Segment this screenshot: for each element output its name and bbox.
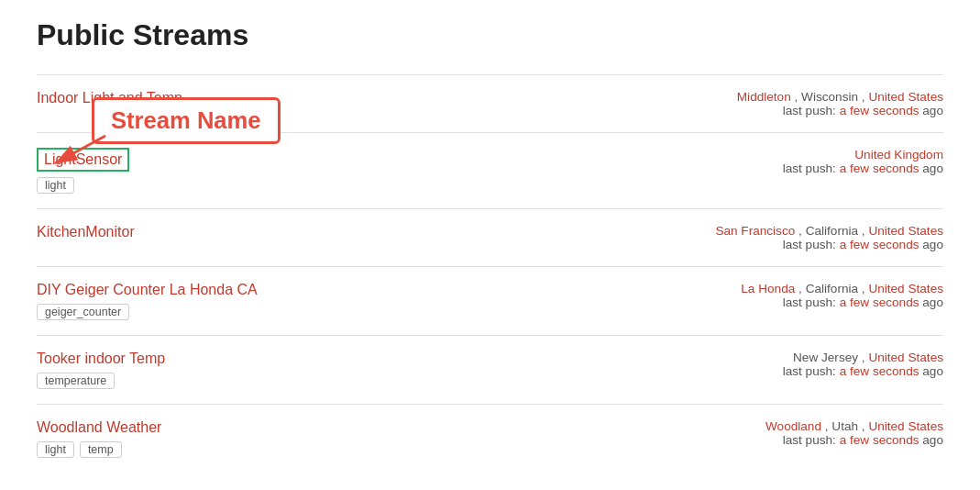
stream-right: Middleton , Wisconsin , United Stateslas… xyxy=(737,90,943,117)
stream-location: Woodland , Utah , United States xyxy=(765,419,943,433)
stream-left: KitchenMonitor xyxy=(37,224,135,240)
location-part: San Francisco xyxy=(715,224,795,238)
tag: light xyxy=(37,177,74,194)
push-time: a few seconds xyxy=(840,295,919,309)
tag: geiger_counter xyxy=(37,304,129,320)
stream-left: Stream Name LightSensorlight xyxy=(37,148,129,194)
location-part: United States xyxy=(868,351,943,364)
tag-list: lighttemp xyxy=(37,441,161,458)
tag-list: geiger_counter xyxy=(37,304,258,320)
stream-right: Woodland , Utah , United Stateslast push… xyxy=(765,419,943,447)
push-time: a few seconds xyxy=(840,238,919,251)
location-part: La Honda xyxy=(741,282,795,295)
stream-name[interactable]: Tooker indoor Temp xyxy=(37,351,165,367)
stream-right: United Kingdomlast push: a few seconds a… xyxy=(783,148,943,175)
stream-name-callout: Stream Name xyxy=(92,97,281,144)
last-push: last push: a few seconds ago xyxy=(715,238,943,251)
push-time: a few seconds xyxy=(840,161,919,175)
tag: temperature xyxy=(37,373,115,389)
stream-left: DIY Geiger Counter La Honda CAgeiger_cou… xyxy=(37,282,258,320)
stream-location: La Honda , California , United States xyxy=(741,282,943,295)
last-push: last push: a few seconds ago xyxy=(783,364,943,378)
stream-location: United Kingdom xyxy=(783,148,943,161)
location-part: United Kingdom xyxy=(854,148,943,161)
tag: temp xyxy=(80,441,122,458)
stream-item: KitchenMonitorSan Francisco , California… xyxy=(37,208,943,266)
stream-item: DIY Geiger Counter La Honda CAgeiger_cou… xyxy=(37,266,943,335)
stream-right: La Honda , California , United Stateslas… xyxy=(741,282,943,309)
stream-item: Woodland WeatherlighttempWoodland , Utah… xyxy=(37,404,943,473)
stream-name[interactable]: DIY Geiger Counter La Honda CA xyxy=(37,282,258,298)
stream-item: Tooker indoor TemptemperatureNew Jersey … xyxy=(37,335,943,404)
stream-right: New Jersey , United Stateslast push: a f… xyxy=(783,351,943,378)
location-part: United States xyxy=(868,282,943,295)
page-title: Public Streams xyxy=(37,18,943,52)
svg-line-1 xyxy=(55,136,105,163)
location-part: Middleton xyxy=(737,90,791,104)
stream-list: Indoor Light and TempMiddleton , Wiscons… xyxy=(37,74,943,473)
stream-location: New Jersey , United States xyxy=(783,351,943,364)
push-time: a few seconds xyxy=(840,433,919,447)
location-part: Wisconsin xyxy=(801,90,858,104)
last-push: last push: a few seconds ago xyxy=(737,104,943,117)
location-part: California xyxy=(806,282,858,295)
tag: light xyxy=(37,441,74,458)
tag-list: temperature xyxy=(37,373,165,389)
location-part: California xyxy=(806,224,858,238)
arrow-icon xyxy=(46,131,110,168)
location-part: United States xyxy=(868,419,943,433)
push-time: a few seconds xyxy=(840,364,919,378)
last-push: last push: a few seconds ago xyxy=(765,433,943,447)
push-time: a few seconds xyxy=(840,104,919,117)
stream-left: Tooker indoor Temptemperature xyxy=(37,351,165,389)
location-part: Utah xyxy=(831,419,858,433)
stream-location: Middleton , Wisconsin , United States xyxy=(737,90,943,104)
stream-name[interactable]: Woodland Weather xyxy=(37,419,161,436)
last-push: last push: a few seconds ago xyxy=(741,295,943,309)
stream-right: San Francisco , California , United Stat… xyxy=(715,224,943,251)
annotation-wrapper: Stream Name LightSensor xyxy=(37,148,129,172)
stream-item: Stream Name LightSensorlightUnited Kingd… xyxy=(37,132,943,208)
stream-left: Woodland Weatherlighttemp xyxy=(37,419,161,458)
stream-location: San Francisco , California , United Stat… xyxy=(715,224,943,238)
location-part: Woodland xyxy=(765,419,821,433)
tag-list: light xyxy=(37,177,129,194)
location-part: United States xyxy=(868,224,943,238)
location-part: New Jersey xyxy=(793,351,858,364)
location-part: United States xyxy=(868,90,943,104)
last-push: last push: a few seconds ago xyxy=(783,161,943,175)
stream-name[interactable]: KitchenMonitor xyxy=(37,224,135,240)
